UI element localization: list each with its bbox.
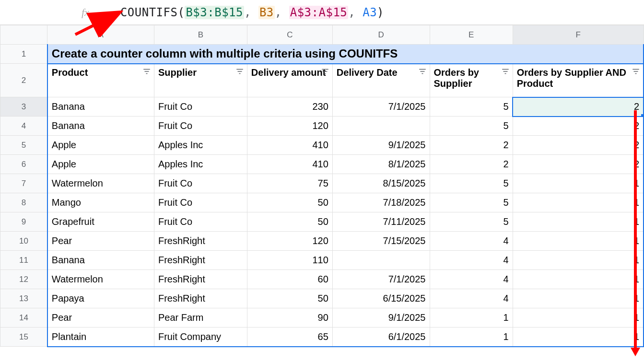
col-header-f[interactable]: F [513, 25, 644, 45]
cell-e11[interactable]: 4 [430, 251, 513, 270]
col-header-c[interactable]: C [247, 25, 332, 45]
formula-input[interactable]: =COUNTIFS(B$3:B$15, B3, A$3:A$15, A3) [113, 6, 384, 19]
cell-f9[interactable]: 1 [513, 212, 644, 232]
filter-icon[interactable] [501, 67, 510, 76]
cell-d11[interactable] [332, 251, 430, 270]
cell-a13[interactable]: Papaya [47, 289, 154, 308]
cell-f8[interactable]: 1 [513, 193, 644, 212]
cell-c11[interactable]: 110 [247, 251, 332, 270]
cell-e12[interactable]: 4 [430, 270, 513, 289]
row-header-2[interactable]: 2 [0, 64, 47, 97]
cell-d4[interactable] [332, 117, 430, 136]
cell-a14[interactable]: Pear [47, 308, 154, 328]
cell-f10[interactable]: 1 [513, 232, 644, 251]
cell-f11[interactable]: 1 [513, 251, 644, 270]
cell-a7[interactable]: Watermelon [47, 174, 154, 193]
row-header-15[interactable]: 15 [0, 328, 47, 347]
cell-d14[interactable]: 9/1/2025 [332, 308, 430, 328]
cell-f6[interactable]: 2 [513, 155, 644, 174]
cell-b8[interactable]: Fruit Co [154, 193, 247, 212]
row-header-3[interactable]: 3 [0, 97, 47, 117]
cell-e8[interactable]: 5 [430, 193, 513, 212]
cell-c5[interactable]: 410 [247, 136, 332, 155]
cell-e10[interactable]: 4 [430, 232, 513, 251]
cell-b13[interactable]: FreshRight [154, 289, 247, 308]
select-all-corner[interactable] [0, 25, 47, 45]
cell-f5[interactable]: 2 [513, 136, 644, 155]
header-orders-by-supplier[interactable]: Orders by Supplier [430, 64, 513, 97]
row-header-11[interactable]: 11 [0, 251, 47, 270]
cell-a5[interactable]: Apple [47, 136, 154, 155]
cell-d3[interactable]: 7/1/2025 [332, 97, 430, 117]
cell-b7[interactable]: Fruit Co [154, 174, 247, 193]
cell-f4[interactable]: 2 [513, 117, 644, 136]
filter-icon[interactable] [418, 67, 427, 76]
cell-c12[interactable]: 60 [247, 270, 332, 289]
cell-c13[interactable]: 50 [247, 289, 332, 308]
cell-b9[interactable]: Fruit Co [154, 212, 247, 232]
cell-a11[interactable]: Banana [47, 251, 154, 270]
cell-f15[interactable]: 1 [513, 328, 644, 347]
cell-a8[interactable]: Mango [47, 193, 154, 212]
cell-d8[interactable]: 7/18/2025 [332, 193, 430, 212]
title-cell[interactable]: Create a counter column with multiple cr… [47, 45, 644, 64]
cell-e15[interactable]: 1 [430, 328, 513, 347]
row-header-14[interactable]: 14 [0, 308, 47, 328]
cell-e4[interactable]: 5 [430, 117, 513, 136]
col-header-b[interactable]: B [154, 25, 247, 45]
row-header-1[interactable]: 1 [0, 45, 47, 64]
cell-f12[interactable]: 1 [513, 270, 644, 289]
cell-b4[interactable]: Fruit Co [154, 117, 247, 136]
cell-d12[interactable]: 7/1/2025 [332, 270, 430, 289]
row-header-7[interactable]: 7 [0, 174, 47, 193]
col-header-d[interactable]: D [332, 25, 430, 45]
header-product[interactable]: Product [47, 64, 154, 97]
row-header-6[interactable]: 6 [0, 155, 47, 174]
cell-c15[interactable]: 65 [247, 328, 332, 347]
cell-e6[interactable]: 2 [430, 155, 513, 174]
cell-c3[interactable]: 230 [247, 97, 332, 117]
cell-d9[interactable]: 7/11/2025 [332, 212, 430, 232]
cell-f7[interactable]: 1 [513, 174, 644, 193]
cell-c14[interactable]: 90 [247, 308, 332, 328]
row-header-12[interactable]: 12 [0, 270, 47, 289]
cell-b5[interactable]: Apples Inc [154, 136, 247, 155]
cell-b11[interactable]: FreshRight [154, 251, 247, 270]
col-header-e[interactable]: E [430, 25, 513, 45]
cell-b12[interactable]: FreshRight [154, 270, 247, 289]
cell-c8[interactable]: 50 [247, 193, 332, 212]
row-header-13[interactable]: 13 [0, 289, 47, 308]
cell-c10[interactable]: 120 [247, 232, 332, 251]
row-header-5[interactable]: 5 [0, 136, 47, 155]
cell-a3[interactable]: Banana [47, 97, 154, 117]
filter-icon[interactable] [632, 67, 640, 76]
cell-e3[interactable]: 5 [430, 97, 513, 117]
cell-c7[interactable]: 75 [247, 174, 332, 193]
row-header-10[interactable]: 10 [0, 232, 47, 251]
cell-a10[interactable]: Pear [47, 232, 154, 251]
cell-d10[interactable]: 7/15/2025 [332, 232, 430, 251]
header-delivery-date[interactable]: Delivery Date [332, 64, 430, 97]
cell-c4[interactable]: 120 [247, 117, 332, 136]
cell-a6[interactable]: Apple [47, 155, 154, 174]
cell-a15[interactable]: Plantain [47, 328, 154, 347]
filter-icon[interactable] [321, 67, 329, 76]
cell-d7[interactable]: 8/15/2025 [332, 174, 430, 193]
header-delivery-amount[interactable]: Delivery amount [247, 64, 332, 97]
cell-d13[interactable]: 6/15/2025 [332, 289, 430, 308]
cell-d5[interactable]: 9/1/2025 [332, 136, 430, 155]
filter-icon[interactable] [142, 67, 151, 76]
cell-a4[interactable]: Banana [47, 117, 154, 136]
filter-icon[interactable] [235, 67, 244, 76]
cell-b10[interactable]: FreshRight [154, 232, 247, 251]
cell-a12[interactable]: Watermelon [47, 270, 154, 289]
cell-b3[interactable]: Fruit Co [154, 97, 247, 117]
cell-f3[interactable]: 2 [513, 97, 644, 117]
cell-e14[interactable]: 1 [430, 308, 513, 328]
cell-b15[interactable]: Fruit Company [154, 328, 247, 347]
cell-f14[interactable]: 1 [513, 308, 644, 328]
cell-b6[interactable]: Apples Inc [154, 155, 247, 174]
header-orders-by-supplier-and-product[interactable]: Orders by Supplier AND Product [513, 64, 644, 97]
col-header-a[interactable]: A [47, 25, 154, 45]
cell-d6[interactable]: 8/1/2025 [332, 155, 430, 174]
